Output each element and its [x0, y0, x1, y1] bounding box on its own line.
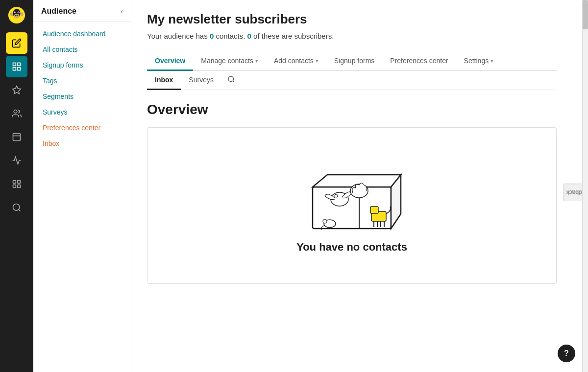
svg-point-14 — [14, 110, 17, 114]
tab-preferences-center[interactable]: Preferences center — [382, 52, 456, 71]
contacts-nav-icon[interactable] — [6, 103, 27, 124]
svg-rect-18 — [18, 181, 21, 184]
section-title: Overview — [147, 102, 557, 117]
svg-line-22 — [19, 209, 21, 211]
svg-rect-9 — [13, 63, 16, 66]
sidebar: Audience ‹ Audience dashboard All contac… — [33, 0, 131, 372]
svg-rect-10 — [18, 63, 21, 66]
svg-point-23 — [228, 76, 234, 82]
sidebar-item-tags[interactable]: Tags — [33, 73, 131, 89]
svg-point-21 — [13, 204, 20, 210]
audience-info-prefix: Your audience has — [147, 32, 210, 40]
audience-info-middle: contacts. — [214, 32, 247, 40]
svg-point-8 — [21, 12, 24, 16]
svg-point-33 — [335, 194, 338, 197]
page-title: My newsletter subscribers — [147, 12, 557, 27]
add-contacts-arrow: ▾ — [316, 58, 318, 64]
svg-rect-17 — [13, 181, 16, 184]
edit-nav-icon[interactable] — [6, 32, 27, 54]
primary-tabs: Overview Manage contacts ▾ Add contacts … — [147, 52, 557, 71]
sidebar-item-all-contacts[interactable]: All contacts — [33, 42, 131, 57]
empty-state-title: You have no contacts — [296, 241, 407, 254]
sidebar-item-inbox[interactable]: Inbox — [33, 136, 131, 151]
sidebar-collapse-button[interactable]: ‹ — [121, 7, 123, 15]
apps-nav-icon[interactable] — [6, 173, 27, 195]
sidebar-item-preferences-center[interactable]: Preferences center — [33, 120, 131, 136]
tab-add-contacts[interactable]: Add contacts ▾ — [266, 52, 326, 71]
tab-signup-forms[interactable]: Signup forms — [326, 52, 382, 71]
audience-nav-icon[interactable] — [6, 56, 27, 77]
svg-rect-11 — [13, 68, 16, 70]
contact-count: 0 — [210, 32, 214, 40]
campaigns-nav-icon[interactable] — [6, 79, 27, 101]
manage-contacts-arrow: ▾ — [255, 58, 258, 64]
svg-rect-15 — [13, 134, 21, 141]
svg-point-6 — [18, 12, 19, 13]
svg-point-7 — [10, 12, 13, 16]
audience-info: Your audience has 0 contacts. 0 of these… — [147, 32, 557, 40]
scrollbar[interactable] — [582, 0, 588, 372]
sidebar-header: Audience ‹ — [33, 0, 131, 22]
mailchimp-logo[interactable] — [6, 5, 27, 25]
sidebar-item-audience-dashboard[interactable]: Audience dashboard — [33, 26, 131, 42]
svg-point-5 — [15, 12, 16, 13]
automations-nav-icon[interactable] — [6, 150, 27, 171]
sidebar-item-surveys[interactable]: Surveys — [33, 104, 131, 120]
tab-surveys[interactable]: Surveys — [181, 71, 221, 90]
scrollbar-thumb[interactable] — [583, 0, 588, 29]
tab-inbox[interactable]: Inbox — [147, 71, 181, 90]
sidebar-title: Audience — [41, 7, 76, 16]
settings-arrow: ▾ — [490, 58, 493, 64]
main-content: My newsletter subscribers Your audience … — [131, 0, 588, 372]
svg-rect-12 — [18, 68, 21, 70]
search-nav-icon[interactable] — [6, 197, 27, 218]
empty-state-illustration — [298, 158, 406, 231]
svg-line-24 — [233, 81, 234, 82]
tab-overview[interactable]: Overview — [147, 52, 193, 71]
svg-rect-27 — [370, 207, 378, 213]
sidebar-nav: Audience dashboard All contacts Signup f… — [33, 22, 131, 155]
empty-state-card: You have no contacts — [147, 127, 557, 284]
help-button[interactable]: ? — [558, 345, 575, 362]
audience-info-suffix: of these are subscribers. — [251, 32, 334, 40]
secondary-tabs: Inbox Surveys — [147, 71, 557, 90]
tab-search-icon[interactable] — [221, 71, 241, 89]
svg-rect-19 — [13, 185, 16, 188]
svg-point-37 — [323, 219, 327, 223]
tab-settings[interactable]: Settings ▾ — [456, 52, 502, 71]
sidebar-item-segments[interactable]: Segments — [33, 89, 131, 104]
subscriber-count: 0 — [247, 32, 251, 40]
svg-rect-20 — [18, 185, 21, 188]
icon-bar — [0, 0, 33, 372]
svg-marker-13 — [13, 86, 21, 94]
sidebar-item-signup-forms[interactable]: Signup forms — [33, 57, 131, 73]
landing-nav-icon[interactable] — [6, 126, 27, 148]
tab-manage-contacts[interactable]: Manage contacts ▾ — [193, 52, 266, 71]
